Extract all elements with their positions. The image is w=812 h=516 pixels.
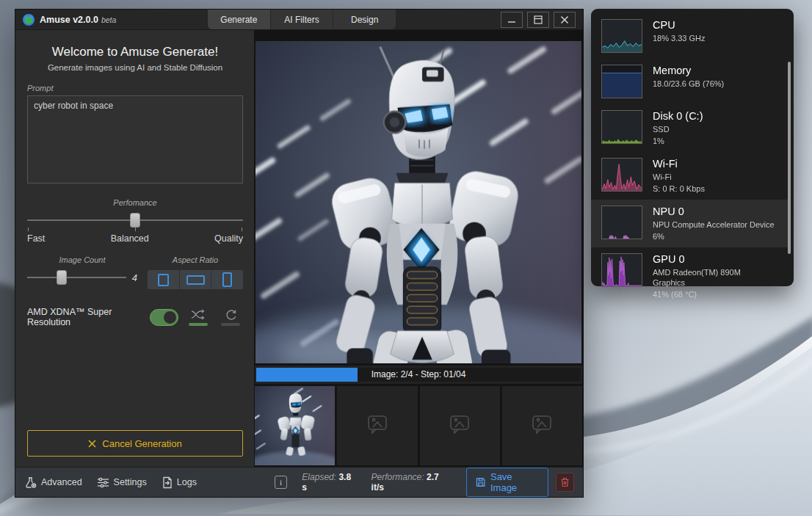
system-monitor-panel: CPU 18% 3.33 GHz Memory 18.0/23.6 GB (76… [591,9,794,286]
aspect-landscape-button[interactable] [180,270,212,289]
wifi-throughput: S: 0 R: 0 Kbps [653,183,705,194]
image-count-section: Image Count 4 [27,255,137,289]
settings-button[interactable]: Settings [97,477,147,488]
save-image-button[interactable]: Save Image [466,468,548,497]
wifi-graph [601,158,642,192]
aspect-portrait-icon [222,272,232,287]
option-quality[interactable]: Quality [214,233,243,244]
aspect-portrait-button[interactable] [211,270,243,289]
monitor-row-memory[interactable]: Memory 18.0/23.6 GB (76%) [591,59,791,104]
thumbnail-2-placeholder[interactable] [337,386,417,465]
flask-icon [24,476,37,489]
gpu-title: GPU 0 [653,253,775,266]
save-image-label: Save Image [490,471,539,493]
save-icon [476,477,485,487]
option-fast[interactable]: Fast [27,233,45,244]
toggle-knob [164,311,176,324]
image-count-slider-handle[interactable] [57,270,67,285]
performance-slider-handle[interactable] [130,213,140,228]
advanced-button[interactable]: Advanced [24,476,82,489]
elapsed-stat: Elapsed: 3.8 s [302,472,356,493]
minimize-button[interactable] [501,12,523,28]
disk-type: SSD [653,124,703,134]
delete-image-button[interactable] [556,473,574,492]
logs-icon [162,476,173,489]
aspect-landscape-icon [186,275,205,285]
app-title: Amuse v2.0.0beta [40,15,116,25]
footer-toolbar: Advanced Settings Logs i Elapsed: 3.8 s … [15,467,583,497]
info-icon[interactable]: i [275,476,287,489]
amuse-app-window: Amuse v2.0.0beta Generate AI Filters Des… [15,9,584,498]
disk-usage: 1% [653,136,703,146]
maximize-button[interactable] [527,12,549,28]
tab-generate[interactable]: Generate [208,10,271,29]
titlebar-spacer [396,10,501,29]
robot-image-scene [255,41,581,363]
wifi-title: Wi-Fi [653,158,705,170]
performance-slider[interactable] [27,213,243,228]
cpu-title: CPU [653,19,706,32]
disk-graph [601,110,642,144]
memory-graph [601,65,642,98]
image-viewer: Image: 2/4 - Step: 01/04 [254,30,583,467]
performance-slider-label: Perfomance [27,198,243,207]
advanced-label: Advanced [41,477,82,487]
thumbnail-strip [254,384,583,467]
wifi-adapter: Wi-Fi [653,172,705,182]
logs-button[interactable]: Logs [162,476,197,489]
cancel-generation-button[interactable]: Cancel Generation [27,430,243,457]
repeat-icon [225,309,237,320]
monitor-row-cpu[interactable]: CPU 18% 3.33 GHz [591,13,791,59]
option-balanced[interactable]: Balanced [111,233,149,244]
thumbnail-4-placeholder[interactable] [502,386,582,465]
aspect-square-icon [158,274,169,286]
settings-label: Settings [114,477,147,487]
tab-design[interactable]: Design [333,10,396,29]
monitor-row-npu[interactable]: NPU 0 NPU Compute Accelerator Device 6% [591,200,791,247]
monitor-scrollbar[interactable] [788,62,791,254]
thumbnail-robot-image [255,386,335,465]
generated-image[interactable] [254,30,583,366]
aspect-ratio-section: Aspect Ratio [148,255,243,289]
shuffle-button[interactable] [186,309,211,326]
sliders-icon [97,477,109,488]
gpu-device: AMD Radeon(TM) 890M Graphics [653,267,775,288]
gpu-usage: 41% (68 °C) [653,289,775,299]
image-count-slider[interactable] [27,270,126,285]
thumbnail-3-placeholder[interactable] [420,386,500,465]
npu-usage: 6% [653,231,775,241]
tab-ai-filters[interactable]: AI Filters [271,10,334,29]
titlebar[interactable]: Amuse v2.0.0beta Generate AI Filters Des… [15,10,583,30]
amuse-logo-icon [23,14,35,26]
performance-stat: Performance: 2.7 it/s [371,472,452,493]
super-resolution-toggle[interactable] [150,309,178,326]
cpu-stats: 18% 3.33 GHz [653,33,706,43]
repeat-button[interactable] [218,309,243,326]
performance-slider-options: Fast Balanced Quality [27,233,243,244]
thumbnail-1-generated[interactable] [255,386,335,465]
prompt-label: Prompt [27,84,243,92]
generation-progress: Image: 2/4 - Step: 01/04 [255,366,582,384]
super-resolution-label: AMD XDNA™ Super Resolution [27,307,142,327]
performance-slider-section: Perfomance Fast Balanced Quality [27,198,243,244]
performance-slider-ticks [27,228,243,232]
performance-label: Performance: [371,472,424,482]
elapsed-label: Elapsed: [302,472,336,482]
trash-icon [560,477,570,487]
monitor-row-gpu[interactable]: GPU 0 AMD Radeon(TM) 890M Graphics 41% (… [591,247,791,305]
close-button[interactable] [554,12,576,28]
welcome-title: Welcome to Amuse Generate! [27,45,243,59]
window-controls [501,10,583,29]
memory-title: Memory [653,65,724,77]
shuffle-active-indicator [189,323,208,326]
npu-graph [601,206,642,239]
npu-title: NPU 0 [653,206,775,218]
main-tabs: Generate AI Filters Design [208,10,396,29]
aspect-square-button[interactable] [148,270,180,289]
cancel-x-icon [88,440,96,448]
monitor-row-disk[interactable]: Disk 0 (C:) SSD 1% [591,104,791,152]
prompt-input[interactable]: cyber robot in space [27,95,243,183]
monitor-row-wifi[interactable]: Wi-Fi Wi-Fi S: 0 R: 0 Kbps [591,152,791,200]
progress-text: Image: 2/4 - Step: 01/04 [255,369,582,379]
aspect-ratio-label: Aspect Ratio [148,255,243,264]
